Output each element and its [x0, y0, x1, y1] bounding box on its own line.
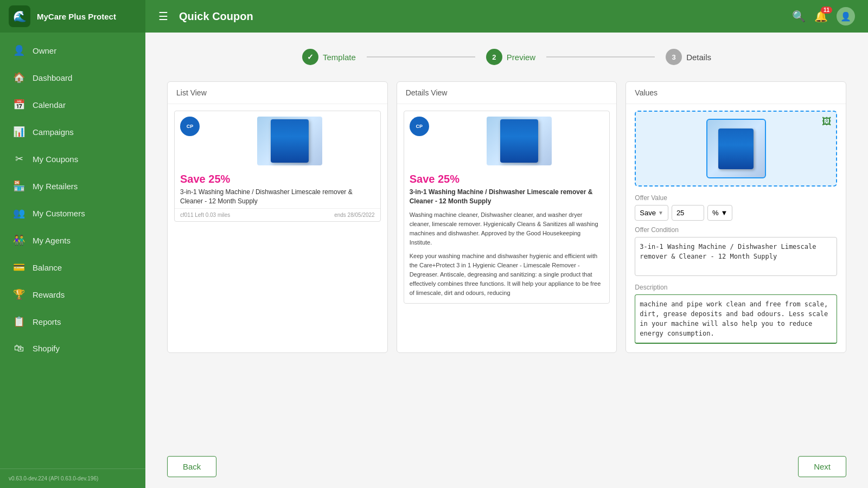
- save-select-value: Save: [640, 209, 656, 217]
- list-product-name: 3-in-1 Washing Machine / Dishwasher Lime…: [180, 188, 375, 206]
- main-area: ☰ Quick Coupon 🔍 🔔 11 👤 ✓ Template 2 Pre…: [145, 0, 868, 488]
- uploaded-image-preview: [706, 119, 766, 178]
- sidebar-item-my-agents[interactable]: 👫 My Agents: [0, 227, 145, 254]
- description-textarea[interactable]: [635, 294, 837, 344]
- sidebar-item-reports[interactable]: 📋 Reports: [0, 308, 145, 335]
- brand-logo-detail: CP: [410, 117, 429, 136]
- next-button[interactable]: Next: [798, 456, 846, 477]
- sidebar-header: 🌊 MyCare Plus Protect: [0, 0, 145, 33]
- list-view-details: Save 25% 3-in-1 Washing Machine / Dishwa…: [175, 173, 380, 208]
- sidebar-item-my-customers[interactable]: 👥 My Customers: [0, 200, 145, 227]
- sidebar-item-label-campaigns: Campaigns: [33, 127, 74, 137]
- app-title: MyCare Plus Protect: [37, 12, 116, 21]
- back-button[interactable]: Back: [167, 456, 216, 477]
- balance-icon: 💳: [13, 261, 25, 273]
- reports-icon: 📋: [13, 316, 25, 328]
- detail-save-percent: Save 25%: [410, 173, 604, 185]
- cards-row: List View CP Save 25% 3-in-1 Washing Mac…: [167, 81, 846, 353]
- values-card: Values 🖼 Offer Value Save ▼: [626, 81, 846, 353]
- list-view-header: List View: [168, 82, 387, 104]
- sidebar-item-label-dashboard: Dashboard: [33, 73, 72, 82]
- menu-icon[interactable]: ☰: [158, 10, 168, 23]
- offer-condition-label: Offer Condition: [635, 226, 837, 234]
- list-view-top: CP: [175, 111, 380, 171]
- owner-icon: 👤: [13, 44, 25, 56]
- sidebar-item-label-shopify: Shopify: [33, 344, 60, 353]
- sidebar-item-label-owner: Owner: [33, 46, 56, 55]
- product-box: [257, 117, 322, 165]
- sidebar: 🌊 MyCare Plus Protect 👤 Owner 🏠 Dashboar…: [0, 0, 145, 488]
- detail-product-name: 3-in-1 Washing Machine / Dishwasher Lime…: [410, 188, 604, 206]
- unit-select-value: %: [712, 209, 719, 217]
- my-coupons-icon: ✂: [13, 153, 25, 165]
- product-box-detail: [487, 117, 552, 165]
- details-view-card: Details View CP Save 25% 3-in-1 Washing …: [397, 81, 617, 353]
- step-1: ✓ Template: [302, 49, 356, 65]
- save-select-caret: ▼: [658, 210, 663, 216]
- unit-select-caret: ▼: [720, 209, 727, 217]
- avatar[interactable]: 👤: [837, 7, 855, 25]
- unit-select[interactable]: % ▼: [707, 205, 732, 221]
- sidebar-item-dashboard[interactable]: 🏠 Dashboard: [0, 64, 145, 91]
- brand-logo-sm: CP: [180, 117, 200, 136]
- step-2-label: Preview: [507, 53, 535, 62]
- my-customers-icon: 👥: [13, 207, 25, 219]
- rewards-icon: 🏆: [13, 288, 25, 300]
- values-body: 🖼 Offer Value Save ▼ % ▼: [626, 104, 846, 352]
- meta-left: cf011 Left 0.03 miles: [180, 212, 230, 218]
- sidebar-item-owner[interactable]: 👤 Owner: [0, 37, 145, 64]
- step-1-label: Template: [323, 53, 356, 62]
- sidebar-item-label-my-retailers: My Retailers: [33, 182, 78, 191]
- footer-buttons: Back Next: [145, 456, 868, 488]
- image-upload-area[interactable]: 🖼: [635, 111, 837, 187]
- offer-condition-textarea[interactable]: [635, 237, 837, 276]
- app-logo: 🌊: [9, 5, 30, 27]
- details-top: CP: [404, 111, 610, 171]
- sidebar-item-label-my-coupons: My Coupons: [33, 155, 78, 164]
- sidebar-item-label-balance: Balance: [33, 263, 62, 272]
- details-view-body: CP Save 25% 3-in-1 Washing Machine / Dis…: [397, 104, 617, 352]
- step-line-1: [367, 56, 475, 57]
- save-select[interactable]: Save ▼: [635, 205, 668, 221]
- sidebar-item-label-calendar: Calendar: [33, 100, 66, 110]
- meta-right: ends 28/05/2022: [334, 212, 375, 218]
- details-content: Save 25% 3-in-1 Washing Machine / Dishwa…: [404, 173, 610, 303]
- sidebar-nav: 👤 Owner 🏠 Dashboard 📅 Calendar 📊 Campaig…: [0, 33, 145, 468]
- sidebar-item-balance[interactable]: 💳 Balance: [0, 254, 145, 281]
- notification-badge: 11: [821, 7, 832, 14]
- sidebar-item-calendar[interactable]: 📅 Calendar: [0, 91, 145, 118]
- search-icon[interactable]: 🔍: [792, 10, 806, 23]
- description-label: Description: [635, 284, 837, 291]
- step-1-circle: ✓: [302, 49, 318, 65]
- topbar: ☰ Quick Coupon 🔍 🔔 11 👤: [145, 0, 868, 33]
- details-view-inner: CP Save 25% 3-in-1 Washing Machine / Dis…: [404, 111, 610, 304]
- sidebar-item-shopify[interactable]: 🛍 Shopify: [0, 335, 145, 362]
- sidebar-item-my-retailers[interactable]: 🏪 My Retailers: [0, 172, 145, 200]
- list-view-inner: CP Save 25% 3-in-1 Washing Machine / Dis…: [174, 111, 381, 222]
- step-3-label: Details: [686, 53, 711, 62]
- notification-bell[interactable]: 🔔 11: [814, 10, 828, 23]
- product-image-list: [205, 117, 375, 165]
- content-area: ✓ Template 2 Preview 3 Details List View: [145, 33, 868, 456]
- offer-value-row: Save ▼ % ▼: [635, 205, 837, 221]
- offer-value-label: Offer Value: [635, 194, 837, 202]
- sidebar-item-rewards[interactable]: 🏆 Rewards: [0, 281, 145, 308]
- product-image-detail: [435, 117, 604, 165]
- sidebar-item-label-my-agents: My Agents: [33, 236, 71, 245]
- shopify-icon: 🛍: [13, 343, 25, 354]
- details-view-header: Details View: [397, 82, 617, 104]
- stepper: ✓ Template 2 Preview 3 Details: [167, 49, 846, 65]
- list-view-card: List View CP Save 25% 3-in-1 Washing Mac…: [167, 81, 388, 353]
- campaigns-icon: 📊: [13, 126, 25, 138]
- version-label: v0.63.0-dev.224 (API 0.63.0-dev.196): [0, 468, 145, 488]
- sidebar-item-campaigns[interactable]: 📊 Campaigns: [0, 118, 145, 145]
- image-upload-icon: 🖼: [822, 116, 832, 127]
- step-3-circle: 3: [666, 49, 682, 65]
- sidebar-item-label-reports: Reports: [33, 317, 61, 326]
- calendar-icon: 📅: [13, 99, 25, 111]
- amount-input[interactable]: [672, 205, 704, 221]
- sidebar-item-my-coupons[interactable]: ✂ My Coupons: [0, 145, 145, 172]
- list-save-percent: Save 25%: [180, 173, 375, 185]
- detail-desc-1: Washing machine cleaner, Dishwasher clea…: [410, 210, 604, 247]
- my-retailers-icon: 🏪: [13, 180, 25, 192]
